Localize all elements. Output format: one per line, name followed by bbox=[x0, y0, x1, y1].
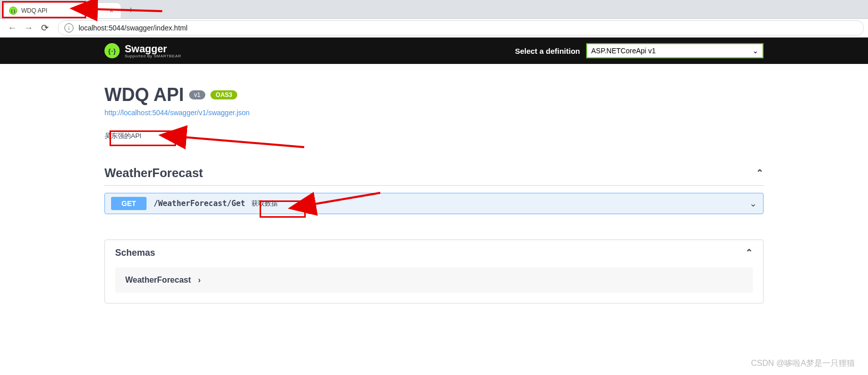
site-info-icon[interactable]: i bbox=[64, 23, 74, 32]
schemas-section: Schemas ⌃ WeatherForecast › bbox=[104, 240, 764, 303]
reload-button[interactable]: ⟳ bbox=[38, 21, 52, 35]
definition-label: Select a definition bbox=[515, 47, 580, 55]
swagger-logo-icon: { · } bbox=[104, 43, 120, 58]
close-tab-icon[interactable]: × bbox=[107, 7, 116, 15]
chevron-up-icon: ⌃ bbox=[745, 247, 753, 258]
new-tab-button[interactable]: + bbox=[124, 3, 138, 17]
oas-badge: OAS3 bbox=[210, 90, 237, 99]
back-button[interactable]: ← bbox=[5, 21, 19, 35]
schema-item[interactable]: WeatherForecast › bbox=[115, 267, 753, 293]
forward-button[interactable]: → bbox=[21, 21, 35, 35]
swagger-logo-sub: Supported By SMARTBEAR bbox=[125, 54, 181, 58]
browser-tab[interactable]: { } WDQ API × bbox=[4, 3, 121, 18]
swagger-main: WDQ API v1 OAS3 http://localhost:5044/sw… bbox=[104, 64, 764, 303]
tab-title: WDQ API bbox=[21, 7, 107, 14]
schemas-title: Schemas bbox=[115, 248, 745, 258]
swagger-logo[interactable]: { · } Swagger Supported By SMARTBEAR bbox=[104, 43, 181, 58]
swagger-topbar: { · } Swagger Supported By SMARTBEAR Sel… bbox=[0, 38, 868, 64]
schemas-header[interactable]: Schemas ⌃ bbox=[105, 240, 763, 265]
operation-block[interactable]: GET /WeatherForecast/Get 获取数据 ⌄ bbox=[104, 193, 764, 214]
definition-selected-value: ASP.NETCoreApi v1 bbox=[591, 47, 656, 55]
chevron-down-icon: ⌄ bbox=[749, 198, 757, 209]
chevron-right-icon: › bbox=[198, 276, 201, 285]
tag-section: WeatherForecast ⌃ GET /WeatherForecast/G… bbox=[104, 166, 764, 214]
operation-path: /WeatherForecast/Get bbox=[154, 199, 245, 208]
tag-header[interactable]: WeatherForecast ⌃ bbox=[104, 166, 764, 186]
chevron-down-icon: ⌄ bbox=[752, 47, 758, 55]
operation-method-badge: GET bbox=[111, 197, 147, 210]
browser-tabstrip: { } WDQ API × + bbox=[0, 0, 868, 19]
swagger-json-link[interactable]: http://localhost:5044/swagger/v1/swagger… bbox=[104, 109, 249, 117]
api-description: 吴东强的API bbox=[104, 131, 764, 141]
swagger-favicon-icon: { } bbox=[9, 7, 17, 15]
api-version-badge: v1 bbox=[189, 90, 206, 99]
definition-select[interactable]: ASP.NETCoreApi v1 ⌄ bbox=[586, 43, 764, 58]
api-title: WDQ API bbox=[104, 84, 184, 106]
url-text: localhost:5044/swagger/index.html bbox=[79, 24, 188, 32]
watermark: CSDN @哆啦A梦是一只狸猫 bbox=[751, 358, 855, 369]
address-bar[interactable]: i localhost:5044/swagger/index.html bbox=[58, 20, 864, 36]
chevron-up-icon: ⌃ bbox=[756, 167, 764, 179]
operation-summary: 获取数据 bbox=[251, 199, 278, 208]
api-info-block: WDQ API v1 OAS3 http://localhost:5044/sw… bbox=[104, 84, 764, 141]
swagger-logo-text: Swagger bbox=[125, 44, 181, 54]
browser-toolbar: ← → ⟳ i localhost:5044/swagger/index.htm… bbox=[0, 19, 868, 38]
schema-name: WeatherForecast bbox=[125, 276, 191, 285]
tag-name: WeatherForecast bbox=[104, 166, 756, 180]
